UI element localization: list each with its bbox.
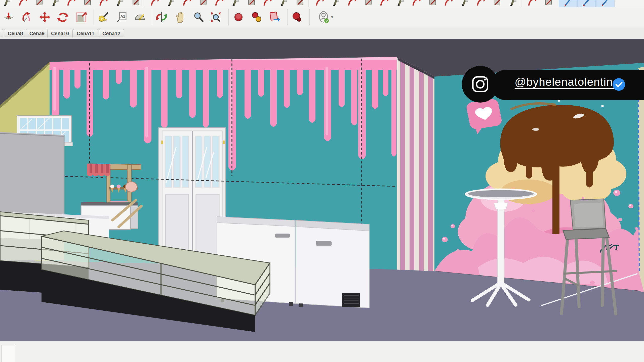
pan-tool-button[interactable] bbox=[173, 9, 187, 25]
instagram-icon bbox=[462, 66, 499, 103]
right-wall-edge bbox=[638, 67, 644, 292]
zoom-tool-button[interactable] bbox=[192, 9, 206, 25]
scene-tab-cena9[interactable]: Cena9 bbox=[26, 29, 48, 37]
rotate-tool-button[interactable] bbox=[56, 9, 70, 25]
scene-tab-cena8[interactable]: Cena8 bbox=[4, 29, 27, 37]
toolbar-top-icons[interactable] bbox=[0, 0, 644, 7]
cart-awning bbox=[87, 164, 110, 176]
entrance-double-door bbox=[158, 128, 226, 268]
striped-corner-wall bbox=[397, 57, 434, 271]
orbit-tool-button[interactable] bbox=[154, 9, 169, 25]
dimension-icon-label: A1 bbox=[120, 14, 125, 18]
instagram-handle-link[interactable]: @byhelenatolentino bbox=[504, 75, 630, 88]
scene-tab-partial[interactable] bbox=[0, 29, 3, 37]
status-bar bbox=[0, 341, 644, 362]
scene-tabs-bar: Cena8 Cena9 Cena10 Cena11 Cena12 bbox=[0, 27, 644, 39]
toolbar-top-row bbox=[0, 0, 644, 7]
dimension-text-tool-button[interactable]: A1 bbox=[115, 9, 129, 25]
zoom-extents-tool-button[interactable] bbox=[209, 9, 223, 25]
freezer-handle bbox=[275, 234, 290, 238]
account-menu-button[interactable]: ▾ bbox=[314, 9, 337, 25]
status-bar-panel bbox=[1, 345, 15, 362]
render-tool-button[interactable] bbox=[231, 9, 246, 25]
move-tool-button[interactable] bbox=[38, 9, 52, 25]
toolbar-main-row: A1 ▾ bbox=[0, 7, 644, 27]
account-caret-icon: ▾ bbox=[331, 15, 333, 19]
stool-seat bbox=[563, 229, 609, 240]
scene-tab-cena12[interactable]: Cena12 bbox=[99, 29, 124, 37]
render-sphere-tool-button[interactable] bbox=[290, 9, 304, 25]
sketchup-window: A1 ▾ bbox=[0, 0, 644, 362]
protractor-tool-button[interactable] bbox=[133, 9, 147, 25]
press-pull-tool-button[interactable] bbox=[2, 9, 16, 25]
verified-badge-icon bbox=[612, 77, 626, 93]
tape-measure-tool-button[interactable] bbox=[96, 9, 110, 25]
scene-tab-cena11[interactable]: Cena11 bbox=[73, 29, 98, 37]
follow-arc-tool-button[interactable] bbox=[19, 9, 33, 25]
scale-tool-button[interactable] bbox=[74, 9, 89, 25]
freezer-handle bbox=[316, 241, 332, 246]
scene-tab-cena10[interactable]: Cena10 bbox=[47, 29, 73, 37]
model-viewport-canvas[interactable]: @DOÇURA_SOVERTERIA bbox=[0, 39, 644, 341]
freezer-vent-grille bbox=[342, 293, 360, 307]
render-spheres-tool-button[interactable] bbox=[250, 9, 264, 25]
active-tool-highlight-tiles bbox=[559, 0, 614, 7]
export-render-tool-button[interactable] bbox=[267, 9, 281, 25]
cart-round-sign bbox=[126, 182, 137, 192]
